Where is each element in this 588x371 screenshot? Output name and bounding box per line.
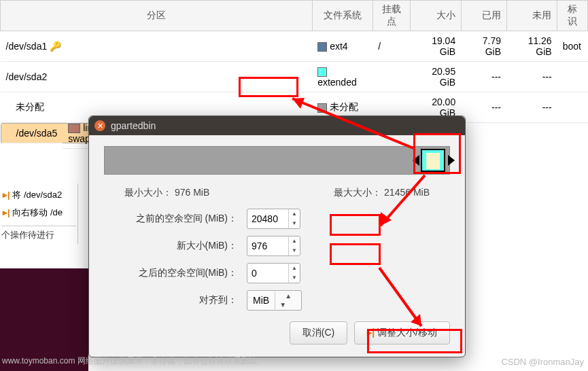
new-size-input[interactable]: ▲▼ xyxy=(247,236,300,256)
resize-move-button[interactable]: ▸|调整大小/移动 xyxy=(354,321,450,344)
col-size[interactable]: 大小 xyxy=(411,1,462,31)
pending-op-icon: ▸| xyxy=(3,190,10,200)
after-free-input[interactable]: ▲▼ xyxy=(247,263,300,283)
chevron-up-icon: ▲ xyxy=(279,292,297,300)
stepper-up-icon[interactable]: ▲ xyxy=(289,236,300,246)
watermark-left: www.toymoban.com 网络图片仅供展示，非存储，如有侵权请联系删除。 xyxy=(2,355,265,367)
watermark-right: CSDN @IronmanJay xyxy=(501,357,584,367)
pending-footer: 个操作待进行 xyxy=(1,226,76,241)
resize-move-dialog: ✕ gpartedbin 最小大小： 976 MiB 最大大小： 21456 M… xyxy=(88,116,466,357)
new-size-label: 新大小(MiB)： xyxy=(104,240,247,252)
cancel-button[interactable]: 取消(C) xyxy=(290,321,347,344)
list-item[interactable]: ▸| 向右移动 /de xyxy=(1,204,76,222)
stepper-up-icon[interactable]: ▲ xyxy=(289,264,300,273)
table-row[interactable]: /dev/sda2 extended 20.95 GiB --- --- xyxy=(1,62,588,92)
stepper-down-icon[interactable]: ▼ xyxy=(289,219,300,228)
dialog-title: gpartedbin xyxy=(111,120,156,131)
fs-color-icon xyxy=(317,67,327,77)
key-icon: 🔑 xyxy=(50,41,61,52)
col-used[interactable]: 已用 xyxy=(461,1,506,31)
slider-thumb[interactable] xyxy=(421,149,445,172)
fs-color-icon xyxy=(317,42,327,52)
max-size-label: 最大大小： 21456 MiB xyxy=(334,187,430,199)
align-to-label: 对齐到： xyxy=(104,294,247,306)
chevron-down-icon: ▼ xyxy=(279,300,297,309)
stepper-down-icon[interactable]: ▼ xyxy=(289,246,300,255)
apply-icon: ▸| xyxy=(367,327,375,338)
col-filesystem[interactable]: 文件系统 xyxy=(312,1,373,31)
col-partition[interactable]: 分区 xyxy=(1,1,313,31)
list-item[interactable]: ▸| 将 /dev/sda2 xyxy=(1,186,76,204)
before-free-input[interactable]: ▲▼ xyxy=(247,209,300,229)
col-mountpoint[interactable]: 挂载点 xyxy=(373,1,410,31)
pending-op-icon: ▸| xyxy=(3,207,10,217)
min-size-label: 最小大小： 976 MiB xyxy=(124,187,209,199)
slider-handle-left-icon[interactable] xyxy=(413,155,419,166)
fs-color-icon xyxy=(317,103,327,113)
align-to-select[interactable]: MiB ▲▼ xyxy=(247,290,302,311)
before-free-label: 之前的空余空间 (MiB)： xyxy=(104,213,247,225)
pending-operations-panel: ▸| 将 /dev/sda2 ▸| 向右移动 /de 个操作待进行 xyxy=(0,183,78,244)
fs-color-icon xyxy=(68,124,80,133)
dialog-titlebar[interactable]: ✕ gpartedbin xyxy=(89,116,465,135)
stepper-up-icon[interactable]: ▲ xyxy=(289,209,300,219)
after-free-label: 之后的空余空间(MiB)： xyxy=(104,267,247,279)
col-flags[interactable]: 标识 xyxy=(557,1,588,31)
stepper-down-icon[interactable]: ▼ xyxy=(289,273,300,283)
slider-handle-right-icon[interactable] xyxy=(448,155,455,166)
close-icon[interactable]: ✕ xyxy=(94,120,105,131)
partition-slider[interactable] xyxy=(104,146,450,175)
col-free[interactable]: 未用 xyxy=(506,1,557,31)
table-row[interactable]: /dev/sda1 🔑 ext4 / 19.04 GiB 7.79 GiB 11… xyxy=(1,31,588,62)
